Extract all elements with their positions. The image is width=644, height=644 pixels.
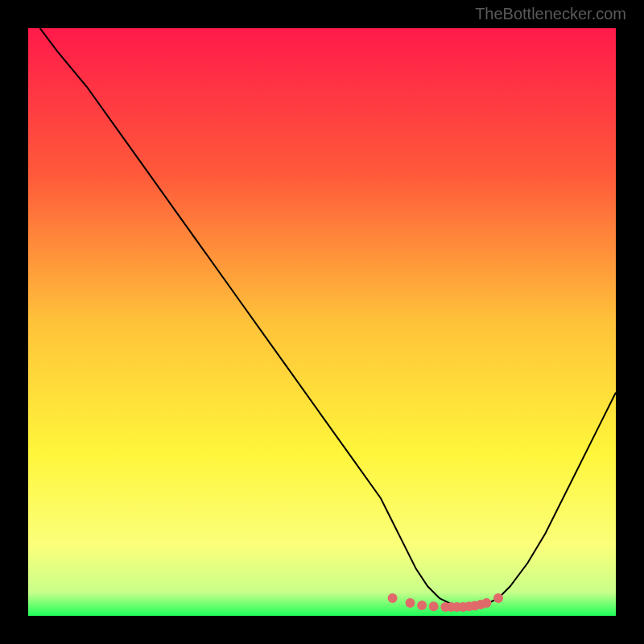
marker-dot xyxy=(493,593,503,603)
gradient-background xyxy=(28,28,616,616)
chart-canvas xyxy=(28,28,616,616)
marker-dot xyxy=(481,598,491,608)
marker-dot xyxy=(429,601,439,611)
marker-dot xyxy=(388,593,398,603)
marker-dot xyxy=(406,598,415,608)
marker-dot xyxy=(417,601,427,610)
watermark-text: TheBottlenecker.com xyxy=(475,5,626,23)
chart-svg xyxy=(28,28,616,616)
